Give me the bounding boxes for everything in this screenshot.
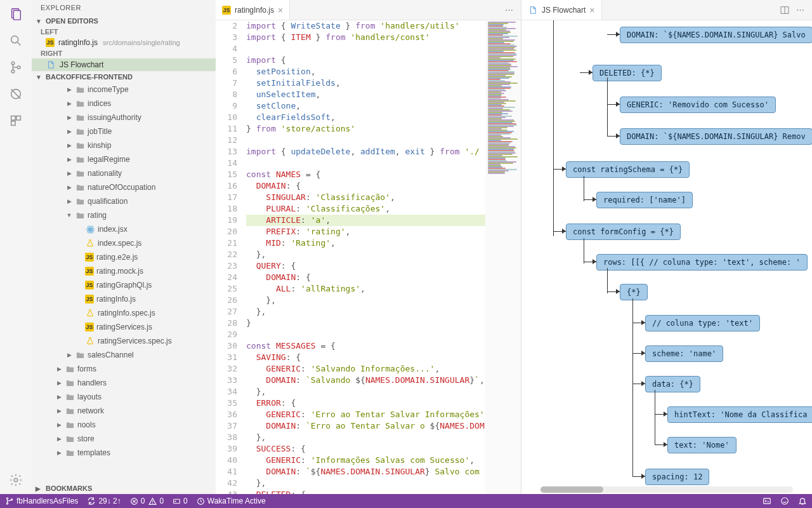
svg-point-13 [89, 229, 91, 231]
tree-file[interactable]: ratingInfo.spec.js [32, 306, 216, 320]
group-left-label: LEFT [32, 27, 216, 37]
sidebar-title: EXPLORER [32, 0, 216, 15]
editor-group-left: JS ratingInfo.js × ⋯ 2345678910111213141… [216, 0, 521, 494]
tree-folder[interactable]: ▶nools [32, 418, 216, 432]
project-header[interactable]: ▼BACKOFFICE-FRONTEND [32, 71, 216, 83]
tree-folder[interactable]: ▶network [32, 404, 216, 418]
folder-icon [75, 84, 85, 95]
open-editor-ratinginfo[interactable]: JS ratingInfo.js src/domains/single/rati… [32, 37, 216, 48]
tree-folder[interactable]: ▶handlers [32, 376, 216, 390]
tree-folder[interactable]: ▶indices [32, 97, 216, 110]
more-icon[interactable]: ⋯ [796, 5, 804, 15]
tree-folder[interactable]: ▶forms [32, 362, 216, 376]
flowchart-node[interactable]: required: ['name'] [596, 192, 693, 208]
react-icon [85, 224, 95, 234]
tree-folder[interactable]: ▶store [32, 432, 216, 446]
svg-point-5 [11, 70, 15, 73]
folder-icon [65, 406, 75, 416]
folder-icon [75, 350, 85, 360]
tree-folder[interactable]: ▶legalRegime [32, 152, 216, 166]
wakatime-status[interactable]: WakaTime Active [197, 497, 266, 505]
test-icon [85, 336, 95, 346]
js-icon: JS [85, 267, 94, 276]
tree-file[interactable]: index.jsx [32, 222, 216, 236]
close-icon[interactable]: × [589, 5, 594, 15]
tree-folder[interactable]: ▶templates [32, 446, 216, 460]
group-right-label: RIGHT [32, 48, 216, 58]
tree-folder[interactable]: ▶layouts [32, 390, 216, 404]
folder-icon [65, 420, 75, 430]
folder-icon [65, 434, 75, 444]
flowchart-node[interactable]: text: 'Nome' [667, 437, 737, 453]
debug-icon[interactable] [8, 86, 23, 102]
tree-file[interactable]: ratingServices.spec.js [32, 334, 216, 348]
tree-folder[interactable]: ▶qualification [32, 194, 216, 208]
svg-point-28 [175, 500, 176, 501]
flowchart-node[interactable]: rows: [[{ // coluna type: 'text', scheme… [596, 254, 808, 271]
code-editor[interactable]: 2345678910111213141516171819202122232425… [216, 20, 521, 494]
svg-rect-1 [13, 11, 20, 20]
more-icon[interactable]: ⋯ [505, 5, 513, 15]
folder-icon [75, 196, 85, 206]
flowchart-node[interactable]: DELETED: {*} [593, 65, 662, 81]
tab-ratinginfo[interactable]: JS ratingInfo.js × [216, 0, 290, 20]
svg-point-26 [153, 502, 154, 503]
tree-folder[interactable]: ▶natureOfOccupation [32, 180, 216, 194]
flowchart-node[interactable]: const ratingSchema = {*} [566, 161, 690, 178]
minimap[interactable] [485, 20, 521, 494]
close-icon[interactable]: × [278, 5, 283, 15]
flowchart-node[interactable]: // coluna type: 'text' [645, 315, 760, 331]
tree-file[interactable]: JSrating.e2e.js [32, 250, 216, 264]
flowchart-node[interactable]: {*} [620, 284, 648, 300]
source-control-icon[interactable] [8, 60, 23, 75]
feedback-icon[interactable] [780, 497, 789, 505]
flowchart-node[interactable]: data: {*} [645, 376, 700, 392]
tabs-left: JS ratingInfo.js × ⋯ [216, 0, 521, 20]
file-tree: ▶incomeType▶indices▶issuingAuthority▶job… [32, 83, 216, 483]
tree-file[interactable]: JSrating.mock.js [32, 264, 216, 278]
git-branch[interactable]: fbHandlersAsFiles [5, 497, 78, 505]
editor-group-right: JS Flowchart × ⋯ DOMAIN: `${NAMES.DOMAIN… [521, 0, 812, 494]
flowchart-node[interactable]: hintText: 'Nome da Classifica [667, 406, 812, 423]
tree-file[interactable]: index.spec.js [32, 236, 216, 250]
tree-file[interactable]: JSratingServices.js [32, 320, 216, 334]
tree-file[interactable]: JSratingInfo.js [32, 292, 216, 306]
requests-count[interactable]: 0 [173, 497, 188, 505]
svg-point-2 [11, 36, 18, 43]
flowchart-node[interactable]: GENERIC: 'Removido com Sucesso' [620, 97, 776, 113]
activity-bar [0, 0, 32, 494]
flowchart-node[interactable]: DOMAIN: `${NAMES.DOMAIN.SINGULAR} Salvo [620, 27, 812, 43]
tree-folder[interactable]: ▶incomeType [32, 83, 216, 97]
split-editor-icon[interactable] [780, 5, 790, 15]
notifications-icon[interactable] [798, 497, 807, 505]
tab-flowchart[interactable]: JS Flowchart × [521, 0, 602, 20]
open-editors-header[interactable]: ▼OPEN EDITORS [32, 15, 216, 27]
folder-icon [75, 168, 85, 178]
svg-point-20 [6, 503, 8, 504]
tree-file[interactable]: JSratingGraphQl.js [32, 278, 216, 292]
tree-folder[interactable]: ▶nationality [32, 166, 216, 180]
folder-icon [75, 154, 85, 164]
warnings-count[interactable]: 0 [148, 497, 164, 505]
svg-point-19 [6, 498, 8, 499]
git-sync[interactable]: 29↓ 2↑ [87, 497, 121, 505]
horizontal-scrollbar[interactable] [540, 486, 793, 493]
tree-folder[interactable]: ▶jobTitle [32, 124, 216, 138]
bookmarks-header[interactable]: ▶BOOKMARKS [32, 483, 216, 494]
extensions-icon[interactable] [8, 113, 23, 128]
errors-count[interactable]: 0 [130, 497, 145, 505]
flowchart-node[interactable]: spacing: 12 [645, 469, 709, 485]
tree-folder[interactable]: ▶salesChannel [32, 348, 216, 362]
flowchart-node[interactable]: scheme: 'name' [645, 345, 723, 362]
tree-folder[interactable]: ▶kinship [32, 138, 216, 152]
explorer-icon[interactable] [8, 6, 23, 22]
terminal-icon[interactable] [763, 497, 771, 505]
search-icon[interactable] [8, 33, 23, 48]
open-editor-flowchart[interactable]: JS Flowchart [32, 58, 216, 71]
explorer-sidebar: EXPLORER ▼OPEN EDITORS LEFT JS ratingInf… [32, 0, 216, 494]
tree-folder[interactable]: ▼rating [32, 208, 216, 222]
flowchart-node[interactable]: DOMAIN: `${NAMES.DOMAIN.SINGULAR} Remov [620, 128, 812, 145]
tree-folder[interactable]: ▶issuingAuthority [32, 110, 216, 124]
flowchart-view[interactable]: DOMAIN: `${NAMES.DOMAIN.SINGULAR} SalvoD… [521, 20, 812, 494]
settings-gear-icon[interactable] [8, 472, 23, 488]
